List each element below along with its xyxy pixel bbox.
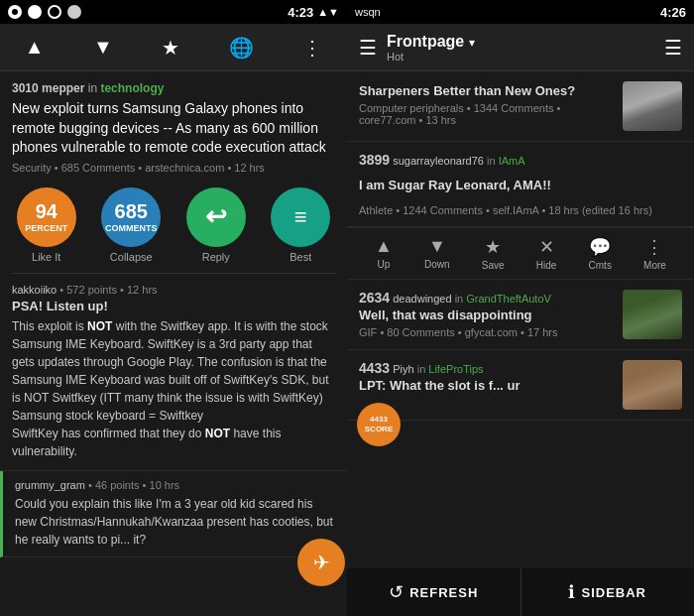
- post-meta-line: Security • 685 Comments • arstechnica.co…: [12, 162, 335, 174]
- best-circle: ≡: [271, 187, 330, 247]
- save-label: Save: [482, 260, 505, 271]
- top-post-source: core77.com • 13 hrs: [359, 114, 456, 126]
- post-header: 3010 mepper in technology New exploit tu…: [0, 71, 347, 178]
- post-username: mepper: [42, 81, 84, 95]
- reply-item-1: grummy_gram • 46 points • 10 hrs Could y…: [0, 471, 347, 557]
- up-label: Up: [378, 259, 391, 270]
- left-time: 4:23: [288, 5, 313, 20]
- hide-label: Hide: [536, 260, 557, 271]
- reply-points: 46 points: [95, 479, 140, 491]
- car-thumbnail: [623, 290, 682, 339]
- down-button[interactable]: ▼ Down: [424, 236, 450, 271]
- status-icon-2: [28, 5, 42, 19]
- star-toolbar-icon[interactable]: ★: [162, 36, 179, 60]
- lpt-title: LPT: What the slot is f... ur: [359, 378, 615, 395]
- left-toolbar: ▲ ▼ ★ 🌐 ⋮: [0, 24, 347, 71]
- comment-meta-1: kakkoiiko • 572 points • 12 hrs: [12, 284, 335, 296]
- more-icon: ⋮: [645, 236, 663, 258]
- right-content: Sharpeners Better than New Ones? Compute…: [347, 71, 694, 568]
- more-button[interactable]: ⋮ More: [643, 236, 666, 271]
- food-thumbnail: [623, 360, 682, 410]
- right-toolbar: ☰ Frontpage ▾ Hot ☰: [347, 24, 694, 71]
- score-badge: 4433SCORE: [357, 403, 401, 446]
- downvote-toolbar-icon[interactable]: ▼: [93, 36, 113, 59]
- status-icon-1: [8, 5, 22, 19]
- filter-icon[interactable]: ☰: [664, 36, 682, 60]
- lpt-text: 4433 Piyh in LifeProTips LPT: What the s…: [359, 360, 615, 410]
- ama-meta: Athlete • 1244 Comments • self.IAmA • 18…: [359, 204, 682, 216]
- left-status-time: 4:23 ▲▼: [288, 5, 339, 20]
- comment-points-1: 572 points: [66, 284, 117, 296]
- comments-label: COMMENTS: [105, 223, 158, 233]
- sidebar-button[interactable]: ℹ SIDEBAR: [521, 568, 695, 616]
- gta-score: 2634: [359, 290, 390, 306]
- right-time: 4:26: [660, 5, 686, 20]
- like-circle: 94 PERCENT: [17, 187, 76, 247]
- top-post-text: Sharpeners Better than New Ones? Compute…: [359, 81, 615, 131]
- reply-meta: grummy_gram • 46 points • 10 hrs: [15, 479, 335, 491]
- cmts-button[interactable]: 💬 Cmts: [589, 236, 612, 271]
- page-subtitle: Hot: [387, 51, 654, 62]
- up-icon: ▲: [375, 236, 393, 257]
- lpt-thumb: [623, 360, 682, 410]
- gta-text: 2634 deadwinged in GrandTheftAutoV Well,…: [359, 290, 615, 339]
- right-status-bar: wsqn 4:26: [347, 0, 694, 24]
- globe-toolbar-icon[interactable]: 🌐: [229, 36, 254, 60]
- cmts-label: Cmts: [589, 260, 612, 271]
- left-content: 3010 mepper in technology New exploit tu…: [0, 71, 347, 616]
- frontpage-title: Frontpage: [387, 33, 464, 50]
- page-title-area: Frontpage ▾ Hot: [387, 33, 654, 62]
- save-button[interactable]: ★ Save: [482, 236, 505, 271]
- down-label: Down: [424, 259, 450, 270]
- hide-icon: ✕: [539, 236, 554, 258]
- lpt-score: 4433: [359, 360, 390, 376]
- like-it-label: Like It: [32, 251, 60, 263]
- left-panel: 4:23 ▲▼ ▲ ▼ ★ 🌐 ⋮ 3010 mepper in technol…: [0, 0, 347, 616]
- left-status-icons: [8, 5, 81, 19]
- refresh-label: REFRESH: [409, 585, 478, 600]
- ama-title: I am Sugar Ray Leonard, AMA!!: [359, 178, 682, 194]
- up-button[interactable]: ▲ Up: [375, 236, 393, 271]
- refresh-button[interactable]: ↺ REFRESH: [347, 568, 521, 616]
- like-percent: 94: [36, 200, 58, 223]
- upvote-toolbar-icon[interactable]: ▲: [25, 36, 45, 59]
- feed-item-lpt[interactable]: 4433 Piyh in LifeProTips LPT: What the s…: [347, 350, 694, 421]
- hamburger-icon[interactable]: ☰: [359, 36, 377, 60]
- info-icon: ℹ: [568, 581, 575, 603]
- feed-item-ama[interactable]: 3899 sugarrayleonard76 in IAmA I am Suga…: [347, 142, 694, 227]
- status-icon-4: [67, 5, 81, 19]
- top-post-title[interactable]: Sharpeners Better than New Ones?: [359, 83, 615, 100]
- dropdown-icon[interactable]: ▾: [469, 36, 475, 50]
- right-status-icons: wsqn: [355, 6, 381, 18]
- ama-subreddit: IAmA: [499, 155, 525, 167]
- more-toolbar-icon[interactable]: ⋮: [302, 36, 322, 60]
- left-signal: ▲▼: [317, 6, 339, 18]
- like-it-button[interactable]: 94 PERCENT Like It: [17, 187, 76, 263]
- top-post-meta-text: Computer peripherals • 1344 Comments •: [359, 102, 560, 114]
- comment-title-1: PSA! Listen up!: [12, 299, 335, 313]
- gta-thumb: [623, 290, 682, 339]
- left-status-bar: 4:23 ▲▼: [0, 0, 347, 24]
- comment-time-1: 12 hrs: [127, 284, 158, 296]
- cmts-icon: 💬: [589, 236, 611, 258]
- top-post-meta: Computer peripherals • 1344 Comments • c…: [359, 102, 615, 126]
- page-title: Frontpage ▾: [387, 33, 654, 51]
- comment-body-1: This exploit is NOT with the Switfkey ap…: [12, 317, 335, 460]
- reply-circle: ↩: [186, 187, 246, 247]
- reply-button[interactable]: ↩ Reply: [186, 187, 246, 263]
- fab-button[interactable]: ✈: [297, 539, 345, 586]
- feed-item-gta[interactable]: 2634 deadwinged in GrandTheftAutoV Well,…: [347, 280, 694, 350]
- best-button[interactable]: ≡ Best: [271, 187, 330, 263]
- post-title: New exploit turns Samsung Galaxy phones …: [12, 99, 335, 158]
- fab-icon: ✈: [313, 551, 330, 574]
- refresh-icon: ↺: [389, 581, 404, 603]
- right-status-right: 4:26: [660, 5, 686, 20]
- pencil-thumbnail: [623, 81, 682, 131]
- collapse-button[interactable]: 685 COMMENTS Collapse: [101, 187, 161, 263]
- gta-title: Well, that was disappointing: [359, 308, 615, 324]
- top-post-thumb: [623, 81, 682, 131]
- reply-username: grummy_gram: [15, 479, 85, 491]
- lpt-user: 4433 Piyh in LifeProTips: [359, 360, 615, 376]
- reply-time: 10 hrs: [150, 479, 180, 491]
- hide-button[interactable]: ✕ Hide: [536, 236, 557, 271]
